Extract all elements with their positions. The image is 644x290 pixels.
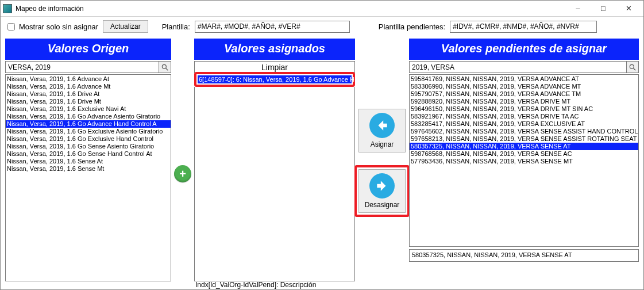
list-item[interactable]: Nissan, Versa, 2019, 1.6 Exclusive Navi …	[6, 105, 171, 113]
pending-list[interactable]: 595841769, NISSAN, NISSAN, 2019, VERSA A…	[409, 74, 639, 247]
update-button[interactable]: Actualizar	[103, 20, 148, 33]
svg-point-2	[630, 64, 634, 68]
origin-header: Valores Origen	[5, 39, 171, 60]
origin-panel: Valores Origen Nissan, Versa, 2019, 1.6 …	[5, 39, 171, 281]
window-title: Mapeo de información	[16, 5, 565, 13]
assign-button[interactable]: Asignar	[358, 109, 406, 152]
maximize-button[interactable]: □	[591, 1, 616, 16]
search-icon[interactable]	[159, 61, 171, 73]
list-item[interactable]: 595790757, NISSAN, NISSAN, 2019, VERSA A…	[410, 90, 638, 98]
list-item[interactable]: Nissan, Versa, 2019, 1.6 Sense At	[6, 158, 171, 165]
list-item[interactable]: Nissan, Versa, 2019, 1.6 Advance At	[6, 75, 171, 83]
list-item[interactable]: 580357325, NISSAN, NISSAN, 2019, VERSA S…	[410, 143, 638, 150]
assign-label: Asignar	[371, 140, 394, 148]
list-item[interactable]: 595841769, NISSAN, NISSAN, 2019, VERSA A…	[410, 75, 638, 83]
assigned-list[interactable]	[194, 87, 355, 281]
pending-header: Valores pendientes de asignar	[409, 39, 639, 60]
list-item[interactable]: 583285417, NISSAN, NISSAN, 2019, VERSA E…	[410, 120, 638, 128]
assigned-item[interactable]: 6[148597-0]: 6: Nissan, Versa, 2019, 1.6…	[198, 75, 352, 83]
list-item[interactable]: Nissan, Versa, 2019, 1.6 Advance Mt	[6, 83, 171, 90]
list-item[interactable]: Nissan, Versa, 2019, 1.6 Drive At	[6, 90, 171, 98]
list-item[interactable]: 577953436, NISSAN, NISSAN, 2019, VERSA S…	[410, 158, 638, 165]
arrow-right-icon	[369, 173, 395, 199]
show-unassigned-input[interactable]	[7, 23, 15, 30]
unassign-label: Desasignar	[365, 201, 400, 209]
unassign-button[interactable]: Desasignar	[358, 169, 406, 213]
assigned-highlight: 6[148597-0]: 6: Nissan, Versa, 2019, 1.6…	[194, 72, 355, 87]
app-icon	[3, 4, 12, 13]
list-item[interactable]: Nissan, Versa, 2019, 1.6 Sense Mt	[6, 165, 171, 173]
svg-point-0	[162, 64, 166, 68]
list-item[interactable]: 596496150, NISSAN, NISSAN, 2019, VERSA D…	[410, 105, 638, 113]
pending-template-label: Plantilla pendientes:	[379, 22, 445, 31]
add-button[interactable]: +	[174, 165, 191, 182]
list-item[interactable]: 598768568, NISSAN, NISSAN, 2019, VERSA S…	[410, 150, 638, 158]
arrow-left-icon	[369, 113, 395, 138]
status-bar: Indx[Id_ValOrg-IdValPend]: Descripción	[195, 281, 316, 289]
list-item[interactable]: Nissan, Versa, 2019, 1.6 Go Exclusive Ha…	[6, 135, 171, 143]
origin-list[interactable]: Nissan, Versa, 2019, 1.6 Advance AtNissa…	[5, 74, 171, 281]
titlebar: Mapeo de información – □ ✕	[1, 1, 643, 17]
pending-template-input[interactable]	[450, 21, 597, 33]
plus-icon: +	[179, 167, 186, 181]
show-unassigned-label: Mostrar solo sin asignar	[19, 22, 98, 31]
add-column: +	[171, 39, 194, 281]
actions-column: Asignar Desasignar	[355, 39, 409, 281]
main-area: Valores Origen Nissan, Versa, 2019, 1.6 …	[1, 35, 643, 283]
pending-panel: Valores pendientes de asignar 595841769,…	[409, 39, 639, 281]
pending-search-input[interactable]	[409, 61, 627, 73]
list-item[interactable]: Nissan, Versa, 2019, 1.6 Go Exclusive As…	[6, 128, 171, 135]
list-item[interactable]: Nissan, Versa, 2019, 1.6 Go Advance Hand…	[6, 120, 171, 128]
list-item[interactable]: Nissan, Versa, 2019, 1.6 Go Sense Hand C…	[6, 150, 171, 158]
template-input[interactable]	[195, 21, 350, 33]
template-label: Plantilla:	[162, 22, 190, 31]
pending-selected-display: 580357325, NISSAN, NISSAN, 2019, VERSA S…	[409, 249, 639, 262]
minimize-button[interactable]: –	[565, 1, 591, 16]
close-button[interactable]: ✕	[616, 1, 641, 16]
clear-button[interactable]: Limpiar	[194, 61, 355, 73]
list-item[interactable]: Nissan, Versa, 2019, 1.6 Go Advance Asie…	[6, 113, 171, 120]
unassign-highlight: Desasignar	[354, 165, 410, 217]
list-item[interactable]: 597645602, NISSAN, NISSAN, 2019, VERSA S…	[410, 128, 638, 135]
list-item[interactable]: 597658213, NISSAN, NISSAN, 2019, VERSA S…	[410, 135, 638, 143]
assigned-panel: Valores asignados Limpiar 6[148597-0]: 6…	[194, 39, 355, 281]
show-unassigned-checkbox[interactable]: Mostrar solo sin asignar	[5, 21, 98, 32]
svg-line-1	[166, 68, 168, 70]
list-item[interactable]: Nissan, Versa, 2019, 1.6 Go Sense Asient…	[6, 143, 171, 150]
list-item[interactable]: Nissan, Versa, 2019, 1.6 Drive Mt	[6, 98, 171, 105]
origin-search-input[interactable]	[5, 61, 159, 73]
assigned-header: Valores asignados	[194, 39, 355, 60]
search-icon[interactable]	[627, 61, 639, 73]
list-item[interactable]: 592888920, NISSAN, NISSAN, 2019, VERSA D…	[410, 98, 638, 105]
list-item[interactable]: 583921967, NISSAN, NISSAN, 2019, VERSA D…	[410, 113, 638, 120]
toolbar: Mostrar solo sin asignar Actualizar Plan…	[1, 17, 643, 35]
list-item[interactable]: 583306990, NISSAN, NISSAN, 2019, VERSA A…	[410, 83, 638, 90]
svg-line-3	[634, 68, 636, 70]
